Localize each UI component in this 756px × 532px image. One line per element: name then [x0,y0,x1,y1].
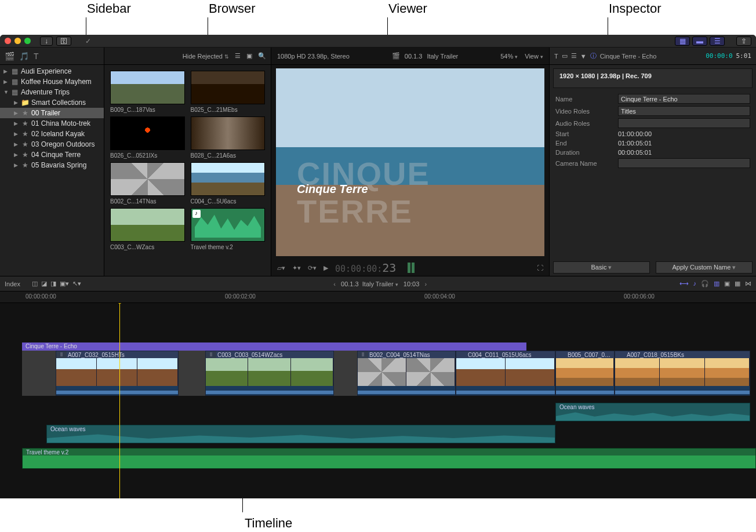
camera-label: Camera Name [555,160,613,167]
video-clip[interactable]: A007_C018_0515BKs [615,351,750,396]
audio-skimming-icon[interactable]: ♪ [693,280,697,287]
info-inspector-icon[interactable]: ⓘ [590,52,597,60]
browser-clip[interactable]: B009_C...187Vas [110,71,185,113]
title-clip[interactable]: Cinque Terre - Echo [22,342,526,351]
clip-label: C004_C...5U6acs [191,198,266,205]
browser-clip[interactable]: C003_C...WZacs [110,208,185,250]
tools-menu[interactable]: ↖▾ [72,280,81,287]
retime-menu[interactable]: ⟳▾ [308,264,317,272]
sidebar-item-event[interactable]: ▶★01 China Moto-trek [0,118,104,129]
gap-clip[interactable] [179,351,205,396]
video-clip[interactable]: ||B002_C004_0514TNas [357,351,456,396]
window-minimize[interactable] [14,38,21,44]
effects-menu[interactable]: ✦▾ [292,264,301,272]
gap-clip[interactable] [22,351,56,396]
keyword-button[interactable]: ⚿ [56,37,71,46]
name-input[interactable] [618,94,750,104]
sidebar-item-label: 05 Bavaria Spring [31,161,86,169]
toggle-browser-button[interactable]: ▦ [675,37,690,46]
text-inspector-icon[interactable]: T [554,53,558,60]
video-clip[interactable]: C004_C011_0515U6acs [456,351,555,396]
play-button[interactable]: ▶ [324,264,328,272]
window-close[interactable] [5,38,11,44]
browser-clip[interactable]: B026_C...0521IXs [110,116,185,159]
list-inspector-icon[interactable]: ☰ [571,52,577,60]
zoom-dropdown[interactable]: 54% ▾ [500,53,518,60]
sidebar-item-label: 02 Iceland Kayak [31,130,85,138]
audio-clip[interactable]: Ocean waves [46,425,555,443]
annotation-browser: Browser [209,1,256,16]
viewer-canvas[interactable]: CINQUE TERRE Cinque Terre [276,68,544,256]
solo-icon[interactable]: 🎧 [701,280,709,287]
metadata-view-button[interactable]: Basic [553,261,650,274]
connect-clip-icon[interactable]: ◫ [32,280,38,287]
app-window: ↓ ⚿ ✓ ▦ ▬ ☰ ⇪ 🎬 🎵 T ▶▦Audi Experience ▶▦… [0,35,756,498]
view-dropdown[interactable]: View ▾ [525,53,543,60]
sidebar-item-smart-collections[interactable]: ▶📁Smart Collections [0,97,104,108]
clip-label: B026_C...0521IXs [110,152,185,159]
overwrite-clip-icon[interactable]: ▣▾ [60,280,69,287]
skimming-icon[interactable]: ⟷ [679,280,689,287]
sidebar-item-event[interactable]: ▶★03 Oregon Outdoors [0,139,104,150]
camera-input[interactable] [618,158,750,168]
fullscreen-icon[interactable]: ⛶ [537,264,543,271]
video-inspector-icon[interactable]: ▭ [562,52,568,60]
clip-appearance-icon[interactable]: ☰ [235,52,241,60]
gap-clip[interactable] [334,351,357,396]
transitions-icon[interactable]: ⋈ [745,280,751,287]
music-clip[interactable]: Travel theme v.2 [22,448,756,469]
audio-clip[interactable]: Ocean waves [555,403,750,421]
insert-clip-icon[interactable]: ◪ [41,280,47,287]
appearance-icon[interactable]: ▣ [724,280,730,287]
apply-custom-name-button[interactable]: Apply Custom Name [656,261,753,274]
toggle-timeline-button[interactable]: ▬ [692,37,707,46]
playhead[interactable] [119,303,120,498]
filter-dropdown[interactable]: Hide Rejected ⇅ [183,53,229,60]
video-clip[interactable]: ||C003_C003_0514WZacs [205,351,334,396]
sidebar-item-label: 00 Trailer [31,109,60,117]
append-clip-icon[interactable]: ◨ [50,280,56,287]
index-button[interactable]: Index [5,280,20,287]
event-icon: ★ [21,140,29,148]
sidebar-item-event[interactable]: ▶★05 Bavaria Spring [0,160,104,170]
share-button[interactable]: ⇪ [736,37,751,46]
background-tasks[interactable]: ✓ [82,37,94,46]
timeline-title[interactable]: ‹ 00.1.3 Italy Trailer ▾ 10:03 › [87,280,674,287]
import-button[interactable]: ↓ [40,37,53,46]
video-clip[interactable]: B005_C007_0516D1... [555,351,615,396]
clip-label: Ocean waves [559,404,595,410]
share-inspector-icon[interactable]: ▼ [580,53,587,60]
timecode-display[interactable]: 00:00:00:23 [335,261,396,275]
sidebar-item-event[interactable]: ▶★04 Cinque Terre [0,150,104,160]
browser-clip[interactable]: B025_C...21MEbs [191,71,266,113]
video-roles-select[interactable]: Titles [618,106,750,116]
browser-clip[interactable]: ♪Travel theme v.2 [191,208,266,250]
sidebar-item-event[interactable]: ▶★02 Iceland Kayak [0,129,104,139]
sidebar-item-event[interactable]: ▶★00 Trailer [0,108,104,118]
toggle-inspector-button[interactable]: ☰ [710,37,725,46]
ruler-tick: 00:00:02:00 [225,293,256,300]
clip-label: Ocean waves [50,426,86,432]
snapping-icon[interactable]: ▥ [714,280,719,287]
timeline-ruler[interactable]: 00:00:00:00 00:00:02:00 00:00:04:00 00:0… [0,291,756,303]
browser-clip[interactable]: C004_C...5U6acs [191,162,266,205]
timeline-body[interactable]: Cinque Terre - Echo ||A007_C032_0515HTs … [0,303,756,498]
audio-roles-select[interactable] [618,118,750,128]
libraries-icon[interactable]: 🎬 [5,52,14,61]
search-icon[interactable]: 🔍 [258,52,266,60]
transform-menu[interactable]: ▱▾ [277,264,285,272]
clip-label: Travel theme v.2 [26,449,68,456]
titles-icon[interactable]: T [34,52,39,61]
clip-label: B025_C...21MEbs [191,107,266,113]
photos-icon[interactable]: 🎵 [19,52,29,61]
video-clip[interactable]: ||A007_C032_0515HTs [56,351,179,396]
library-item[interactable]: ▶▦Audi Experience [0,66,104,76]
effects-browser-icon[interactable]: ▦ [735,280,740,287]
browser-clip[interactable]: B028_C...21A6as [191,116,266,159]
list-view-icon[interactable]: ▣ [246,52,252,60]
library-item[interactable]: ▼▦Adventure Trips [0,87,104,97]
browser-clip[interactable]: B002_C...14TNas [110,162,185,205]
window-zoom[interactable] [24,38,31,44]
share-icon: ⇪ [741,37,747,45]
library-item[interactable]: ▶▦Koffee House Mayhem [0,76,104,87]
